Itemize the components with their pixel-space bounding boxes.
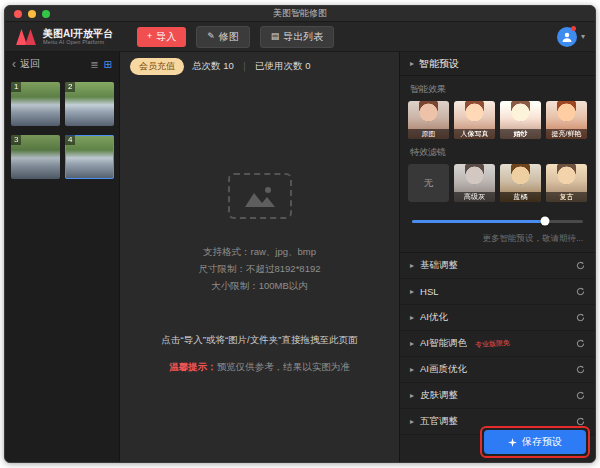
chevron-right-icon: ▸ [410, 313, 414, 322]
effect-label: 提亮/鲜艳 [546, 129, 587, 139]
thumbnail-grid: 1 2 3 4 [5, 76, 119, 185]
grid-view-icon[interactable]: ⊞ [104, 59, 112, 70]
maximize-button[interactable] [42, 10, 50, 18]
titlebar: 美图智能修图 [5, 6, 595, 22]
section-label: 基础调整 [420, 259, 458, 272]
preset-panel: ▸ 智能预设 智能效果 原图 人像写真 婚纱 提亮/鲜艳 特效滤镜 [399, 52, 595, 462]
import-label: 导入 [156, 30, 176, 44]
section-ai-quality[interactable]: ▸ AI画质优化 [400, 357, 595, 383]
adjust-sections: ▸ 基础调整 ▸ HSL ▸ AI优化 [400, 252, 595, 435]
reset-icon[interactable] [576, 339, 585, 348]
filter-none-label: 无 [424, 177, 434, 190]
chevron-down-icon: ▾ [581, 32, 585, 41]
section-label: AI画质优化 [420, 363, 467, 376]
reset-icon[interactable] [576, 365, 585, 374]
import-button[interactable]: + 导入 [137, 27, 186, 47]
section-skin-adjust[interactable]: ▸ 皮肤调整 [400, 383, 595, 409]
plus-icon: + [147, 32, 152, 41]
section-ai-color[interactable]: ▸ AI智能调色 专业版限免 [400, 331, 595, 357]
dimension-line: 尺寸限制：不超过8192*8192 [199, 260, 321, 277]
meitu-logo-icon [15, 28, 37, 46]
more-presets-hint: 更多智能预设，敬请期待... [400, 227, 595, 252]
smart-preset-header[interactable]: ▸ 智能预设 [400, 52, 595, 76]
image-placeholder [228, 173, 292, 219]
back-button[interactable]: ‹ 返回 [12, 57, 40, 71]
thumbnail-number: 3 [11, 135, 21, 145]
photo-thumbnail-1[interactable]: 1 [11, 82, 60, 126]
section-basic-adjust[interactable]: ▸ 基础调整 [400, 253, 595, 279]
slider-fill [412, 220, 545, 223]
export-list-label: 导出列表 [283, 30, 323, 44]
back-arrow-icon: ‹ [12, 59, 16, 69]
format-line: 支持格式：raw、jpg、bmp [199, 243, 321, 260]
section-hsl[interactable]: ▸ HSL [400, 279, 595, 305]
filter-item-blueorange[interactable]: 蓝橘 [500, 164, 541, 202]
image-placeholder-icon [243, 184, 277, 208]
vip-recharge-button[interactable]: 会员充值 [130, 58, 184, 75]
close-button[interactable] [14, 10, 22, 18]
thumbnail-number: 4 [65, 135, 75, 145]
traffic-lights [14, 10, 50, 18]
annotation-highlight: 保存预设 [480, 426, 590, 458]
export-list-button[interactable]: ▤ 导出列表 [260, 26, 335, 48]
logo-title: 美图AI开放平台 [43, 28, 113, 39]
user-menu[interactable]: ▾ [557, 27, 585, 47]
filter-item-label: 复古 [546, 192, 587, 202]
chevron-right-icon: ▸ [410, 391, 414, 400]
smart-preset-title: 智能预设 [419, 57, 459, 71]
filter-item-gray[interactable]: 高级灰 [454, 164, 495, 202]
warm-tip: 温馨提示：预览仅供参考，结果以实图为准 [169, 361, 350, 374]
section-label: 五官调整 [420, 415, 458, 428]
window-title: 美图智能修图 [273, 7, 327, 20]
reset-icon[interactable] [576, 261, 585, 270]
reset-icon[interactable] [576, 417, 585, 426]
effect-label: 原图 [408, 129, 449, 139]
filter-item-retro[interactable]: 复古 [546, 164, 587, 202]
retouch-button[interactable]: ✎ 修图 [196, 26, 250, 48]
effect-item-portrait[interactable]: 人像写真 [454, 101, 495, 139]
thumbnail-panel: ‹ 返回 ≣ ⊞ 1 2 3 4 [5, 52, 120, 462]
sparkle-icon [508, 438, 517, 447]
save-preset-label: 保存预设 [522, 435, 562, 449]
warm-tip-text: 预览仅供参考，结果以实图为准 [217, 361, 350, 372]
effect-item-vivid[interactable]: 提亮/鲜艳 [546, 101, 587, 139]
export-list-icon: ▤ [271, 32, 280, 41]
filter-item-none[interactable]: 无 [408, 164, 449, 202]
chevron-right-icon: ▸ [410, 339, 414, 348]
reset-icon[interactable] [576, 391, 585, 400]
section-label: AI智能调色 [420, 337, 467, 350]
chevron-right-icon: ▸ [410, 261, 414, 270]
main-workspace: 会员充值 总次数 10 ｜ 已使用次数 0 支持格式：raw、jpg、bmp 尺… [120, 52, 399, 462]
warm-tip-label: 温馨提示： [169, 361, 217, 372]
effect-label: 人像写真 [454, 129, 495, 139]
view-toggle: ≣ ⊞ [90, 59, 112, 70]
thumbnail-number: 1 [11, 82, 21, 92]
thumbnail-number: 2 [65, 82, 75, 92]
section-label: 皮肤调整 [420, 389, 458, 402]
drop-hint: 点击“导入”或将“图片/文件夹”直接拖拽至此页面 [162, 334, 358, 347]
list-view-icon[interactable]: ≣ [90, 59, 98, 70]
effect-item-original[interactable]: 原图 [408, 101, 449, 139]
reset-icon[interactable] [576, 313, 585, 322]
photo-thumbnail-2[interactable]: 2 [65, 82, 114, 126]
filter-item-label: 高级灰 [454, 192, 495, 202]
section-label: AI优化 [420, 311, 448, 324]
minimize-button[interactable] [28, 10, 36, 18]
reset-icon[interactable] [576, 287, 585, 296]
filter-strength-slider[interactable] [412, 215, 583, 227]
section-ai-optimize[interactable]: ▸ AI优化 [400, 305, 595, 331]
photo-thumbnail-4[interactable]: 4 [65, 135, 114, 179]
logo-subtitle: Meitu AI Open Platform [43, 39, 113, 46]
back-label: 返回 [20, 57, 40, 71]
effect-item-wedding[interactable]: 婚纱 [500, 101, 541, 139]
retouch-icon: ✎ [207, 32, 215, 41]
slider-knob[interactable] [541, 217, 550, 226]
content-area: ‹ 返回 ≣ ⊞ 1 2 3 4 [5, 52, 595, 462]
photo-thumbnail-3[interactable]: 3 [11, 135, 60, 179]
drop-zone[interactable]: 支持格式：raw、jpg、bmp 尺寸限制：不超过8192*8192 大小限制：… [120, 81, 399, 374]
retouch-label: 修图 [219, 30, 239, 44]
save-preset-button[interactable]: 保存预设 [484, 430, 586, 454]
notification-dot [571, 26, 576, 31]
usage-counts: 总次数 10 ｜ 已使用次数 0 [192, 60, 310, 73]
app-logo: 美图AI开放平台 Meitu AI Open Platform [15, 28, 113, 46]
